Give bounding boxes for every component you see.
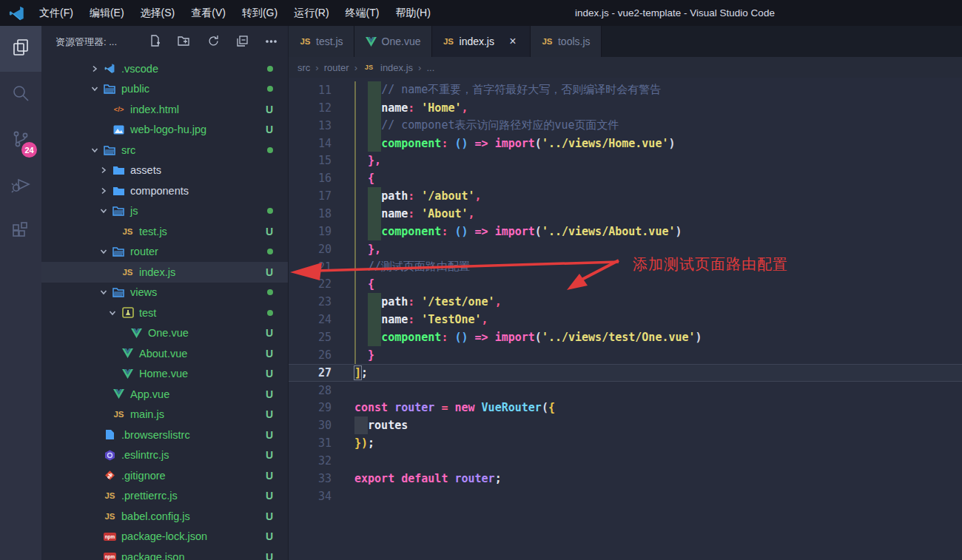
code-line-29[interactable]: 29const router = new VueRouter({ <box>289 399 962 416</box>
code-line-33[interactable]: 33export default router; <box>289 470 962 488</box>
line-number[interactable]: 22 <box>289 277 332 291</box>
code-line-18[interactable]: 18 name: 'About', <box>289 205 962 223</box>
line-number[interactable]: 19 <box>289 225 332 238</box>
code-line-16[interactable]: 16 { <box>289 169 962 187</box>
code-line-15[interactable]: 15 }, <box>289 152 962 169</box>
new-file-icon[interactable] <box>149 35 161 50</box>
line-number[interactable]: 33 <box>289 472 332 485</box>
code-editor[interactable]: 11 // name不重要，首字符最好大写，否则编译时会有警告12 name: … <box>289 78 962 560</box>
line-number[interactable]: 12 <box>289 101 332 115</box>
code-line-24[interactable]: 24 name: 'TestOne', <box>289 311 962 328</box>
menu-item-s[interactable]: 选择(S) <box>132 0 184 26</box>
chevron-down-icon[interactable] <box>107 307 118 319</box>
menu-item-g[interactable]: 转到(G) <box>234 0 286 26</box>
tab-tools.js[interactable]: JStools.js <box>531 26 602 57</box>
line-number[interactable]: 18 <box>289 207 332 220</box>
code-line-22[interactable]: 22 { <box>289 275 962 293</box>
activity-item-source-control[interactable]: 24 <box>0 118 41 163</box>
tree-item-src[interactable]: src <box>41 140 288 161</box>
line-number[interactable]: 20 <box>289 243 332 256</box>
code-line-20[interactable]: 20 }, <box>289 240 962 258</box>
breadcrumb-item-index.js[interactable]: JSindex.js <box>363 61 413 73</box>
code-line-26[interactable]: 26 } <box>289 346 962 364</box>
code-line-27[interactable]: 27]; <box>289 364 962 382</box>
line-number[interactable]: 21 <box>289 260 332 274</box>
breadcrumb-item-router[interactable]: router <box>324 62 349 73</box>
line-number[interactable]: 34 <box>289 490 332 503</box>
breadcrumb-item-src[interactable]: src <box>297 62 310 73</box>
breadcrumb-item-...[interactable]: ... <box>426 62 434 73</box>
activity-item-explorer[interactable] <box>0 26 41 72</box>
chevron-right-icon[interactable] <box>98 185 110 197</box>
refresh-icon[interactable] <box>207 35 220 50</box>
line-number[interactable]: 23 <box>289 295 332 308</box>
tab-test.js[interactable]: JStest.js <box>289 26 354 57</box>
code-line-34[interactable]: 34 <box>289 488 962 505</box>
tree-item-index.html[interactable]: </>index.htmlU <box>41 99 288 120</box>
menu-item-r[interactable]: 运行(R) <box>286 0 337 26</box>
code-line-30[interactable]: 30 routes <box>289 416 962 434</box>
line-number[interactable]: 16 <box>289 172 332 185</box>
chevron-down-icon[interactable] <box>89 144 101 156</box>
code-line-23[interactable]: 23 path: '/test/one', <box>289 293 962 311</box>
tree-item-.vscode[interactable]: .vscode <box>41 58 288 79</box>
activity-item-search[interactable] <box>0 72 41 118</box>
chevron-down-icon[interactable] <box>98 286 110 298</box>
menu-item-t[interactable]: 终端(T) <box>337 0 388 26</box>
menu-item-h[interactable]: 帮助(H) <box>387 0 438 26</box>
tree-item-web-logo-hu.jpg[interactable]: web-logo-hu.jpgU <box>41 120 288 141</box>
tree-item-.eslintrc.js[interactable]: .eslintrc.jsU <box>41 445 288 466</box>
activity-item-extensions[interactable] <box>0 209 41 255</box>
code-line-32[interactable]: 32 <box>289 452 962 470</box>
code-line-14[interactable]: 14 component: () => import('../views/Hom… <box>289 135 962 152</box>
tree-item-test[interactable]: test <box>41 303 288 323</box>
line-number[interactable]: 27 <box>289 366 332 379</box>
tab-One.vue[interactable]: One.vue <box>354 26 432 57</box>
code-line-17[interactable]: 17 path: '/about', <box>289 187 962 205</box>
tree-item-public[interactable]: public <box>41 79 288 100</box>
line-number[interactable]: 13 <box>289 119 332 132</box>
tree-item-package-lock.json[interactable]: npmpackage-lock.jsonU <box>41 527 288 547</box>
tree-item-One.vue[interactable]: One.vueU <box>41 323 288 344</box>
code-line-11[interactable]: 11 // name不重要，首字符最好大写，否则编译时会有警告 <box>289 81 962 99</box>
tree-item-.gitignore[interactable]: .gitignoreU <box>41 465 288 486</box>
line-number[interactable]: 14 <box>289 137 332 150</box>
chevron-down-icon[interactable] <box>98 205 110 217</box>
line-number[interactable]: 26 <box>289 348 332 362</box>
tab-close-icon[interactable]: × <box>506 35 519 48</box>
menu-item-f[interactable]: 文件(F) <box>31 0 81 26</box>
chevron-down-icon[interactable] <box>89 83 101 95</box>
code-line-31[interactable]: 31}); <box>289 434 962 452</box>
code-line-13[interactable]: 13 // componet表示访问路径对应的vue页面文件 <box>289 117 962 135</box>
line-number[interactable]: 29 <box>289 401 332 414</box>
chevron-right-icon[interactable] <box>89 63 101 75</box>
tree-item-Home.vue[interactable]: Home.vueU <box>41 364 288 385</box>
tree-item-.prettierrc.js[interactable]: JS.prettierrc.jsU <box>41 486 288 507</box>
line-number[interactable]: 31 <box>289 436 332 450</box>
code-line-25[interactable]: 25 component: () => import('../views/tes… <box>289 328 962 346</box>
line-number[interactable]: 25 <box>289 331 332 344</box>
tree-item-router[interactable]: router <box>41 242 288 263</box>
tree-item-assets[interactable]: assets <box>41 161 288 181</box>
line-number[interactable]: 32 <box>289 454 332 468</box>
tab-index.js[interactable]: JSindex.js× <box>432 26 531 57</box>
chevron-down-icon[interactable] <box>98 246 110 257</box>
collapse-all-icon[interactable] <box>236 35 249 50</box>
activity-item-run-debug[interactable] <box>0 163 41 209</box>
line-number[interactable]: 24 <box>289 313 332 326</box>
chevron-right-icon[interactable] <box>98 164 110 176</box>
tree-item-App.vue[interactable]: App.vueU <box>41 384 288 405</box>
tree-item-js[interactable]: js <box>41 201 288 222</box>
tree-item-views[interactable]: views <box>41 283 288 303</box>
tree-item-package.json[interactable]: npmpackage.jsonU <box>41 547 288 560</box>
tree-item-.browserslistrc[interactable]: .browserslistrcU <box>41 425 288 445</box>
menu-item-e[interactable]: 编辑(E) <box>81 0 132 26</box>
ellipsis-icon[interactable] <box>265 35 278 50</box>
tree-item-index.js[interactable]: JSindex.jsU <box>41 262 288 283</box>
line-number[interactable]: 11 <box>289 84 332 97</box>
line-number[interactable]: 17 <box>289 189 332 203</box>
code-line-12[interactable]: 12 name: 'Home', <box>289 99 962 117</box>
tree-item-test.js[interactable]: JStest.jsU <box>41 221 288 242</box>
tree-item-babel.config.js[interactable]: JSbabel.config.jsU <box>41 506 288 527</box>
tree-item-About.vue[interactable]: About.vueU <box>41 343 288 364</box>
